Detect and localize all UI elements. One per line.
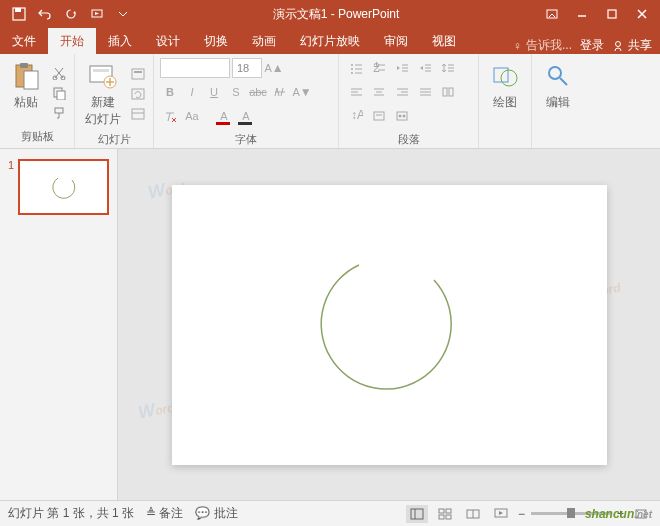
cut-icon[interactable]: [50, 64, 68, 82]
svg-rect-70: [446, 509, 451, 513]
font-name-combo[interactable]: [160, 58, 230, 78]
align-text-icon[interactable]: [368, 106, 390, 126]
group-clipboard: 粘贴 剪贴板: [0, 54, 75, 148]
svg-rect-9: [20, 63, 28, 68]
slide-editor[interactable]: Word Word Word: [118, 149, 660, 500]
svg-rect-71: [439, 515, 444, 519]
underline-icon[interactable]: U: [204, 82, 224, 102]
align-left-icon[interactable]: [345, 82, 367, 102]
svg-text:↕A: ↕A: [351, 110, 363, 122]
workspace: 1 Word Word Word: [0, 149, 660, 500]
ribbon: 粘贴 剪贴板 新建 幻灯片 幻灯片: [0, 54, 660, 149]
tab-transitions[interactable]: 切换: [192, 28, 240, 54]
line-spacing-icon[interactable]: [437, 58, 459, 78]
increase-indent-icon[interactable]: [414, 58, 436, 78]
undo-icon[interactable]: [34, 3, 56, 25]
svg-point-61: [399, 115, 402, 118]
ribbon-display-icon[interactable]: [538, 3, 566, 25]
arc-shape[interactable]: [289, 225, 489, 425]
tab-file[interactable]: 文件: [0, 28, 48, 54]
italic-icon[interactable]: I: [182, 82, 202, 102]
slide-canvas[interactable]: [172, 185, 607, 465]
paste-button[interactable]: 粘贴: [6, 58, 46, 127]
slide-thumbnail-1[interactable]: [18, 159, 109, 215]
normal-view-icon[interactable]: [406, 505, 428, 523]
thumbnail-panel: 1: [0, 149, 118, 500]
highlight-icon[interactable]: A: [236, 106, 256, 126]
text-direction-icon[interactable]: ↕A: [345, 106, 367, 126]
bullets-icon[interactable]: [345, 58, 367, 78]
share-button[interactable]: 共享: [612, 37, 652, 54]
new-slide-button[interactable]: 新建 幻灯片: [81, 58, 125, 130]
slideshow-view-icon[interactable]: [490, 505, 512, 523]
title-bar: 演示文稿1 - PowerPoint: [0, 0, 660, 28]
ribbon-tabs: 文件 开始 插入 设计 切换 动画 幻灯片放映 审阅 视图 ♀告诉我... 登录…: [0, 28, 660, 54]
tab-slideshow[interactable]: 幻灯片放映: [288, 28, 372, 54]
tab-review[interactable]: 审阅: [372, 28, 420, 54]
char-spacing-icon[interactable]: [270, 82, 290, 102]
svg-point-24: [351, 64, 353, 66]
decrease-indent-icon[interactable]: [391, 58, 413, 78]
strikethrough-icon[interactable]: abc: [248, 82, 268, 102]
window-title: 演示文稿1 - PowerPoint: [134, 6, 538, 23]
svg-rect-56: [449, 88, 453, 96]
smartart-icon[interactable]: [391, 106, 413, 126]
zoom-out-icon[interactable]: −: [518, 507, 525, 521]
change-case-icon[interactable]: Aa: [182, 106, 202, 126]
maximize-icon[interactable]: [598, 3, 626, 25]
reset-icon[interactable]: [129, 85, 147, 103]
tab-animations[interactable]: 动画: [240, 28, 288, 54]
svg-rect-17: [93, 69, 109, 72]
redo-icon[interactable]: [60, 3, 82, 25]
shadow-icon[interactable]: S: [226, 82, 246, 102]
align-center-icon[interactable]: [368, 82, 390, 102]
svg-point-28: [351, 72, 353, 74]
align-right-icon[interactable]: [391, 82, 413, 102]
svg-rect-20: [134, 71, 142, 73]
svg-rect-58: [374, 112, 384, 120]
comments-button[interactable]: 💬 批注: [195, 505, 237, 522]
close-icon[interactable]: [628, 3, 656, 25]
tell-me[interactable]: ♀告诉我...: [513, 37, 572, 54]
tab-view[interactable]: 视图: [420, 28, 468, 54]
copy-icon[interactable]: [50, 84, 68, 102]
qat-customize-icon[interactable]: [112, 3, 134, 25]
minimize-icon[interactable]: [568, 3, 596, 25]
quick-access-toolbar: [0, 3, 134, 25]
format-painter-icon[interactable]: [50, 104, 68, 122]
reading-view-icon[interactable]: [462, 505, 484, 523]
new-slide-icon: [87, 60, 119, 92]
sorter-view-icon[interactable]: [434, 505, 456, 523]
lightbulb-icon: ♀: [513, 39, 522, 53]
drawing-button[interactable]: 绘图: [485, 58, 525, 142]
numbering-icon[interactable]: 12: [368, 58, 390, 78]
bold-icon[interactable]: B: [160, 82, 180, 102]
tab-design[interactable]: 设计: [144, 28, 192, 54]
save-icon[interactable]: [8, 3, 30, 25]
notes-button[interactable]: ≜ 备注: [146, 505, 183, 522]
watermark: Word: [136, 395, 176, 423]
login-link[interactable]: 登录: [580, 37, 604, 54]
tab-home[interactable]: 开始: [48, 28, 96, 54]
clear-formatting-icon[interactable]: [160, 106, 180, 126]
layout-icon[interactable]: [129, 65, 147, 83]
group-drawing: 绘图: [479, 54, 532, 148]
window-controls: [538, 3, 660, 25]
share-icon: [612, 40, 624, 52]
editing-button[interactable]: 编辑: [538, 58, 578, 142]
slide-indicator[interactable]: 幻灯片 第 1 张，共 1 张: [8, 505, 134, 522]
svg-point-7: [616, 41, 621, 46]
section-icon[interactable]: [129, 105, 147, 123]
decrease-font-icon[interactable]: A▼: [292, 82, 312, 102]
tab-insert[interactable]: 插入: [96, 28, 144, 54]
font-size-combo[interactable]: 18: [232, 58, 262, 78]
font-color-icon[interactable]: A: [214, 106, 234, 126]
columns-icon[interactable]: [437, 82, 459, 102]
increase-font-icon[interactable]: A▲: [264, 58, 284, 78]
status-bar: 幻灯片 第 1 张，共 1 张 ≜ 备注 💬 批注 − +: [0, 500, 660, 526]
svg-rect-15: [55, 108, 63, 113]
svg-rect-14: [57, 91, 65, 100]
start-from-beginning-icon[interactable]: [86, 3, 108, 25]
svg-rect-55: [443, 88, 447, 96]
justify-icon[interactable]: [414, 82, 436, 102]
